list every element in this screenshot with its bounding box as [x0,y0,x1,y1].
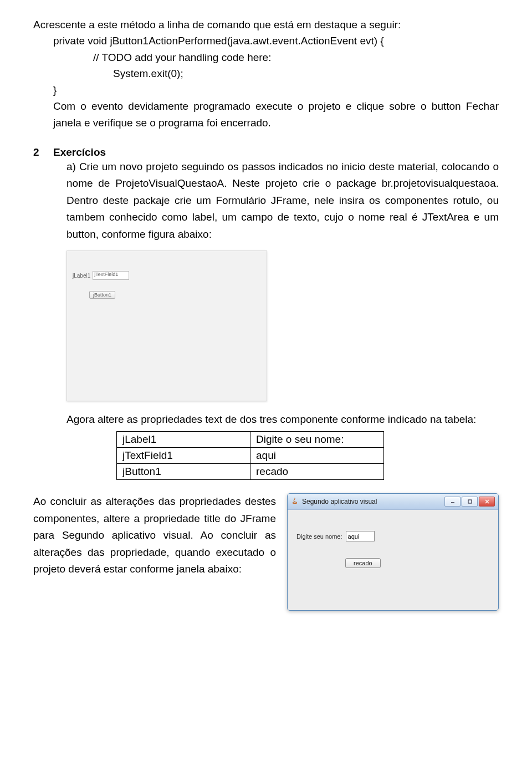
properties-table: jLabel1 Digite o seu nome: jTextField1 a… [116,431,384,480]
window-titlebar: Segundo aplicativo visual [288,494,498,510]
code-after-paragraph: Com o evento devidamente programado exec… [53,98,499,131]
designer-jbutton1: jButton1 [89,291,115,299]
table-cell: Digite o seu nome: [250,432,384,448]
final-paragraph: Ao concluir as alterações das propriedad… [33,493,276,611]
table-cell: aqui [250,448,384,464]
window-buttons [444,497,495,507]
section-title: Exercícios [53,146,106,159]
window-title: Segundo aplicativo visual [302,498,444,505]
code-block: private void jButton1ActionPerformed(jav… [53,33,499,98]
table-cell: jLabel1 [117,432,250,448]
close-button[interactable] [479,497,495,507]
section-number: 2 [33,146,53,159]
svg-rect-1 [468,500,472,503]
table-cell: recado [250,464,384,480]
table-row: jLabel1 Digite o seu nome: [117,432,384,448]
designer-row: jLabel1 jTextField1 [73,271,129,280]
section-heading: 2 Exercícios [33,146,499,159]
window-client-area: Digite seu nome: recado [288,510,498,577]
name-label: Digite seu nome: [296,533,342,540]
code-line-3: System.exit(0); [113,65,499,81]
bottom-row: Ao concluir as alterações das propriedad… [33,493,499,611]
runtime-window-screenshot: Segundo aplicativo visual Digite seu nom… [287,493,499,611]
table-cell: jButton1 [117,464,250,480]
minimize-button[interactable] [444,497,461,507]
table-row: jButton1 recado [117,464,384,480]
designer-jlabel1: jLabel1 [73,273,90,279]
java-icon [291,498,299,505]
maximize-button[interactable] [462,497,478,507]
table-row: jTextField1 aqui [117,448,384,464]
jframe-designer-screenshot: jLabel1 jTextField1 jButton1 [66,250,267,401]
code-line-4: } [53,82,499,98]
code-line-2: // TODO add your handling code here: [93,49,499,65]
exercise-a-text: a) Crie um novo projeto seguindo os pass… [66,159,499,243]
between-paragraph: Agora altere as propriedades text de dos… [66,411,499,428]
designer-jtextfield1: jTextField1 [93,271,129,280]
recado-button[interactable]: recado [345,558,381,568]
page: Acrescente a este método a linha de coma… [0,0,532,638]
code-line-1: private void jButton1ActionPerformed(jav… [53,33,499,49]
table-cell: jTextField1 [117,448,250,464]
intro-line: Acrescente a este método a linha de coma… [33,17,499,33]
name-input[interactable] [346,531,375,541]
